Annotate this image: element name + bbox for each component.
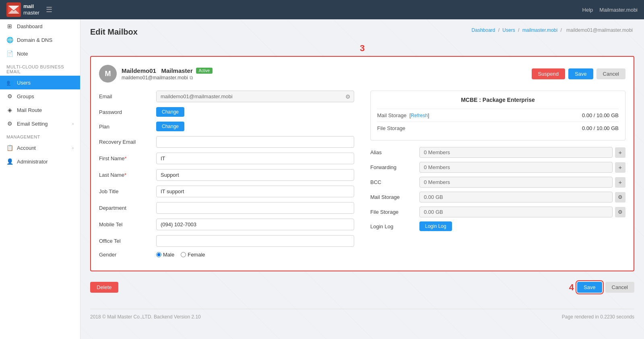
department-row: Department	[99, 202, 354, 214]
delete-button[interactable]: Delete	[90, 282, 118, 293]
forwarding-control: +	[419, 162, 625, 173]
gender-male-option[interactable]: Male	[156, 252, 174, 258]
forwarding-add-button[interactable]: +	[615, 162, 625, 173]
annotation-3: 3	[90, 43, 634, 54]
mail-storage-summary-row: Mail Storage [Refresh] 0.00 / 10.00 GB	[377, 109, 619, 122]
sidebar-item-label: Domain & DNS	[17, 37, 52, 43]
gender-female-option[interactable]: Female	[181, 252, 205, 258]
first-name-label: First Name*	[99, 155, 151, 161]
refresh-link[interactable]: Refresh	[411, 113, 428, 118]
last-name-input[interactable]	[156, 169, 354, 181]
user-info: Maildemo01 Mailmaster Active maildemo01@…	[122, 67, 213, 81]
gender-radio-group: Male Female	[156, 252, 205, 258]
domain-link[interactable]: Mailmaster.mobi	[599, 7, 638, 13]
save-button-bottom[interactable]: Save	[577, 282, 602, 293]
alias-input[interactable]	[419, 147, 613, 158]
main-content: Edit Mailbox Dashboard / Users / mailmas…	[80, 19, 644, 339]
cancel-button-top[interactable]: Cancel	[597, 68, 625, 79]
gender-label: Gender	[99, 252, 151, 258]
mail-storage-summary-value: 0.00 / 10.00 GB	[582, 112, 619, 118]
password-change-button[interactable]: Change	[156, 107, 184, 117]
forwarding-input[interactable]	[419, 162, 613, 173]
note-icon: 📄	[6, 50, 13, 57]
alias-row: Alias +	[370, 147, 625, 158]
file-storage-summary-row: File Storage 0.00 / 10.00 GB	[377, 122, 619, 134]
alias-add-button[interactable]: +	[615, 147, 625, 158]
sidebar-item-mail-route[interactable]: ◈ Mail Route	[0, 103, 80, 117]
top-navigation: mail master ☰ Help Mailmaster.mobi	[0, 0, 644, 19]
hamburger-menu[interactable]: ☰	[46, 5, 52, 14]
user-email-row: maildemo01@mailmaster.mobi ⧉	[122, 75, 213, 81]
package-title: MCBE : Package Enterprise	[377, 97, 619, 103]
sidebar-item-groups[interactable]: ⚙ Groups	[0, 89, 80, 103]
sidebar-item-email-setting[interactable]: ⚙ Email Setting ›	[0, 117, 80, 130]
gender-male-radio[interactable]	[156, 252, 161, 257]
sidebar-item-label: Groups	[17, 93, 34, 99]
logo-icon	[6, 2, 21, 17]
bcc-row: BCC +	[370, 177, 625, 188]
file-storage-input[interactable]	[419, 207, 613, 217]
sidebar-item-label: Email Setting	[17, 121, 48, 127]
forwarding-label: Forwarding	[370, 164, 415, 170]
sidebar-item-users[interactable]: 👥 Users	[0, 76, 80, 89]
alias-control: +	[419, 147, 625, 158]
mobile-tel-input[interactable]	[156, 219, 354, 230]
job-title-input[interactable]	[156, 186, 354, 197]
copy-icon[interactable]: ⧉	[190, 75, 193, 81]
gender-female-radio[interactable]	[181, 252, 186, 257]
help-link[interactable]: Help	[582, 7, 593, 13]
first-name-input[interactable]	[156, 153, 354, 164]
bcc-input[interactable]	[419, 177, 613, 188]
settings-icon[interactable]: ⚙	[342, 93, 354, 100]
breadcrumb-domain[interactable]: mailmaster.mobi	[522, 27, 557, 33]
email-field-wrapper: ⚙	[156, 91, 354, 102]
plan-label: Plan	[99, 124, 151, 130]
file-storage-gear-button[interactable]: ⚙	[615, 207, 625, 217]
last-name-label: Last Name*	[99, 172, 151, 178]
email-setting-icon: ⚙	[6, 120, 13, 127]
footer-copyright: 2018 © Mail Master Co.,LTD. Backend Vers…	[90, 314, 201, 320]
sidebar-section-management: Management	[0, 130, 80, 141]
sidebar-item-dashboard[interactable]: ⊞ Dashboard	[0, 19, 80, 33]
email-input[interactable]	[157, 91, 342, 102]
users-icon: 👥	[6, 79, 13, 86]
cancel-button-bottom[interactable]: Cancel	[605, 282, 634, 293]
bcc-label: BCC	[370, 179, 415, 185]
office-tel-input[interactable]	[156, 235, 354, 247]
sidebar-item-administrator[interactable]: 👤 Administrator	[0, 155, 80, 168]
file-storage-row: File Storage ⚙	[370, 207, 625, 217]
sidebar-item-note[interactable]: 📄 Note	[0, 47, 80, 60]
sidebar-item-label: Administrator	[17, 159, 48, 165]
recovery-email-row: Recovery Email	[99, 136, 354, 148]
login-log-button[interactable]: Login Log	[419, 221, 452, 231]
user-name-row: Maildemo01 Mailmaster Active	[122, 67, 213, 74]
save-button-top[interactable]: Save	[568, 68, 593, 79]
bcc-add-button[interactable]: +	[615, 177, 625, 188]
page-title: Edit Mailbox	[90, 27, 138, 37]
chevron-right-icon: ›	[72, 121, 74, 126]
domain-icon: 🌐	[6, 37, 13, 43]
mail-storage-gear-button[interactable]: ⚙	[615, 192, 625, 203]
plan-change-button[interactable]: Change	[156, 122, 184, 131]
department-input[interactable]	[156, 202, 354, 214]
sidebar: ⊞ Dashboard 🌐 Domain & DNS 📄 Note Multi-…	[0, 19, 80, 339]
sidebar-item-account[interactable]: 📋 Account ›	[0, 141, 80, 155]
breadcrumb-dashboard[interactable]: Dashboard	[472, 27, 495, 33]
logo-text: mail master	[23, 3, 39, 16]
suspend-button[interactable]: Suspend	[532, 68, 565, 79]
job-title-label: Job Title	[99, 188, 151, 194]
sidebar-item-domain-dns[interactable]: 🌐 Domain & DNS	[0, 33, 80, 47]
recovery-email-input[interactable]	[156, 136, 354, 148]
logo: mail master	[6, 2, 39, 17]
bcc-control: +	[419, 177, 625, 188]
mail-storage-input[interactable]	[419, 192, 613, 203]
bottom-bar: Delete 4 Save Cancel	[90, 278, 634, 297]
sidebar-item-label: Note	[17, 51, 28, 57]
user-email: maildemo01@mailmaster.mobi	[122, 75, 188, 81]
login-log-control: Login Log	[419, 221, 625, 231]
office-tel-row: Office Tel	[99, 235, 354, 247]
mail-storage-row: Mail Storage ⚙	[370, 192, 625, 203]
user-display-name: Maildemo01 Mailmaster	[122, 67, 193, 74]
avatar: M	[99, 65, 117, 83]
breadcrumb-users[interactable]: Users	[502, 27, 515, 33]
